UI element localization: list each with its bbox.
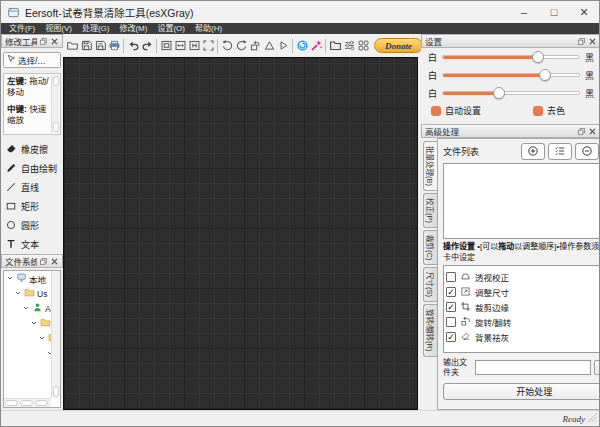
help-scrollbar[interactable] bbox=[51, 75, 59, 133]
image-canvas[interactable] bbox=[63, 57, 418, 410]
slider-white-label: 白 bbox=[428, 69, 437, 82]
chevron-down-icon[interactable] bbox=[38, 334, 46, 344]
scroll-up-icon[interactable] bbox=[53, 76, 59, 86]
operation-checkbox[interactable]: ✓ bbox=[446, 302, 456, 312]
close-panel-icon[interactable] bbox=[588, 127, 597, 136]
save-as-icon[interactable] bbox=[93, 37, 107, 54]
tool-eraser[interactable]: 橡皮擦 bbox=[5, 140, 63, 159]
tool-circle[interactable]: 圆形 bbox=[5, 216, 63, 235]
settings-sliders-icon[interactable] bbox=[342, 37, 356, 54]
magic-wand-icon[interactable] bbox=[309, 37, 323, 54]
menu-item-1[interactable]: 视图(V) bbox=[40, 23, 77, 34]
chevron-down-icon[interactable] bbox=[6, 274, 14, 284]
float-panel-icon[interactable] bbox=[577, 127, 586, 136]
float-panel-icon[interactable] bbox=[39, 257, 48, 266]
operation-row[interactable]: 旋转/翻转 bbox=[446, 314, 600, 329]
menu-item-3[interactable]: 修改(M) bbox=[114, 23, 152, 34]
file-list-box[interactable] bbox=[443, 163, 600, 239]
remove-files-button[interactable] bbox=[575, 143, 599, 160]
choose-folder-button[interactable]: 选择... bbox=[594, 360, 600, 375]
float-panel-icon[interactable] bbox=[39, 37, 48, 46]
start-processing-button[interactable]: 开始处理 bbox=[443, 383, 600, 400]
redo-icon[interactable] bbox=[140, 37, 154, 54]
advanced-tab-2[interactable]: 裁剪(C) bbox=[423, 230, 437, 265]
thumbnail-grid-icon[interactable] bbox=[356, 37, 370, 54]
close-button[interactable]: ✕ bbox=[569, 1, 599, 23]
modify-tools-panel-title: 修改工具 bbox=[5, 35, 37, 47]
batch-folder-icon[interactable] bbox=[328, 37, 342, 54]
add-files-button[interactable] bbox=[521, 143, 545, 160]
float-panel-icon[interactable] bbox=[577, 37, 586, 46]
slider-handle[interactable] bbox=[493, 87, 505, 99]
select-files-button[interactable] bbox=[548, 143, 572, 160]
scroll-down-icon[interactable] bbox=[53, 122, 59, 132]
undo-icon[interactable] bbox=[126, 37, 140, 54]
advanced-tab-3[interactable]: 尺寸(S) bbox=[423, 267, 437, 302]
menu-item-4[interactable]: 设置(O) bbox=[152, 23, 190, 34]
auto-process-icon[interactable] bbox=[295, 37, 309, 54]
rotate-left-icon[interactable] bbox=[220, 37, 234, 54]
app-window: Eersoft-试卷背景清除工具(esXGray) – □ ✕ 文件(F)视图(… bbox=[0, 0, 600, 427]
scroll-right-icon[interactable] bbox=[35, 400, 48, 406]
advanced-tab-0[interactable]: 批量处理(B) bbox=[423, 141, 437, 191]
donate-button[interactable]: Donate bbox=[374, 38, 423, 53]
option-toggle-0[interactable]: 自动设置 bbox=[431, 104, 481, 117]
fit-height-icon[interactable] bbox=[187, 37, 201, 54]
scroll-thumb[interactable] bbox=[20, 400, 33, 406]
save-icon[interactable] bbox=[79, 37, 93, 54]
open-folder-icon[interactable] bbox=[65, 37, 79, 54]
tree-vertical-scrollbar[interactable] bbox=[51, 271, 60, 398]
maximize-button[interactable]: □ bbox=[539, 1, 569, 23]
advanced-tab-1[interactable]: 校正(P) bbox=[423, 193, 437, 228]
advanced-processing-panel: 高级处理 批量处理(B)校正(P)裁剪(C)尺寸(S)旋转/翻转(R) 文件列表 bbox=[421, 124, 600, 410]
menu-item-2[interactable]: 处理(G) bbox=[77, 23, 115, 34]
op-crop-icon bbox=[460, 301, 471, 312]
tool-text[interactable]: 文本 bbox=[5, 235, 63, 254]
operation-checkbox[interactable]: ✓ bbox=[446, 287, 456, 297]
resize-grip-icon[interactable] bbox=[587, 412, 598, 425]
output-folder-input[interactable] bbox=[475, 360, 591, 375]
tree-horizontal-scrollbar[interactable] bbox=[4, 398, 51, 407]
operation-row[interactable]: 透视校正 bbox=[446, 269, 600, 284]
print-icon[interactable] bbox=[107, 37, 121, 54]
chevron-down-icon[interactable] bbox=[22, 304, 30, 314]
scroll-left-icon[interactable] bbox=[5, 400, 18, 406]
right-column: 设置 白黑白黑白黑 自动设置去色 高级处理 批量处理(B)校正(P)裁剪(C)尺… bbox=[421, 34, 600, 410]
output-folder-label: 输出文件夹 bbox=[443, 358, 472, 377]
slider-handle[interactable] bbox=[539, 69, 551, 81]
fit-window-icon[interactable] bbox=[201, 37, 215, 54]
tool-rect[interactable]: 矩形 bbox=[5, 197, 63, 216]
close-panel-icon[interactable] bbox=[50, 257, 59, 266]
free-rotate-icon[interactable] bbox=[248, 37, 262, 54]
chevron-down-icon[interactable] bbox=[30, 319, 38, 329]
toolbar-separator bbox=[123, 39, 124, 53]
operation-row[interactable]: ✓调整尺寸 bbox=[446, 284, 600, 299]
operation-checkbox[interactable] bbox=[446, 317, 456, 327]
slider-track[interactable] bbox=[442, 73, 580, 77]
rotate-right-icon[interactable] bbox=[234, 37, 248, 54]
advanced-tab-4[interactable]: 旋转/翻转(R) bbox=[423, 304, 437, 357]
close-panel-icon[interactable] bbox=[588, 37, 597, 46]
tool-line[interactable]: 直线 bbox=[5, 178, 63, 197]
option-toggle-1[interactable]: 去色 bbox=[533, 104, 565, 117]
chevron-down-icon[interactable] bbox=[14, 289, 22, 299]
play-icon[interactable] bbox=[276, 37, 290, 54]
slider-track[interactable] bbox=[442, 55, 580, 59]
menu-item-5[interactable]: 帮助(H) bbox=[190, 23, 227, 34]
tool-pencil[interactable]: 自由绘制 bbox=[5, 159, 63, 178]
operation-checkbox[interactable] bbox=[446, 272, 456, 282]
zoom-actual-icon[interactable] bbox=[159, 37, 173, 54]
operation-checkbox[interactable]: ✓ bbox=[446, 332, 456, 342]
operation-row[interactable]: ✓背景祛灰 bbox=[446, 329, 600, 344]
minimize-button[interactable]: – bbox=[509, 1, 539, 23]
menu-item-0[interactable]: 文件(F) bbox=[4, 23, 40, 34]
flip-vertical-icon[interactable] bbox=[262, 37, 276, 54]
fit-width-icon[interactable] bbox=[173, 37, 187, 54]
slider-handle[interactable] bbox=[532, 51, 544, 63]
slider-track[interactable] bbox=[442, 91, 580, 95]
select-tool-label: 选择/… bbox=[18, 54, 46, 66]
close-panel-icon[interactable] bbox=[50, 37, 59, 46]
select-tool-button[interactable]: 选择/… bbox=[3, 52, 61, 68]
modify-tools-panel-header: 修改工具 bbox=[1, 34, 63, 48]
operation-row[interactable]: ✓裁剪边缘 bbox=[446, 299, 600, 314]
